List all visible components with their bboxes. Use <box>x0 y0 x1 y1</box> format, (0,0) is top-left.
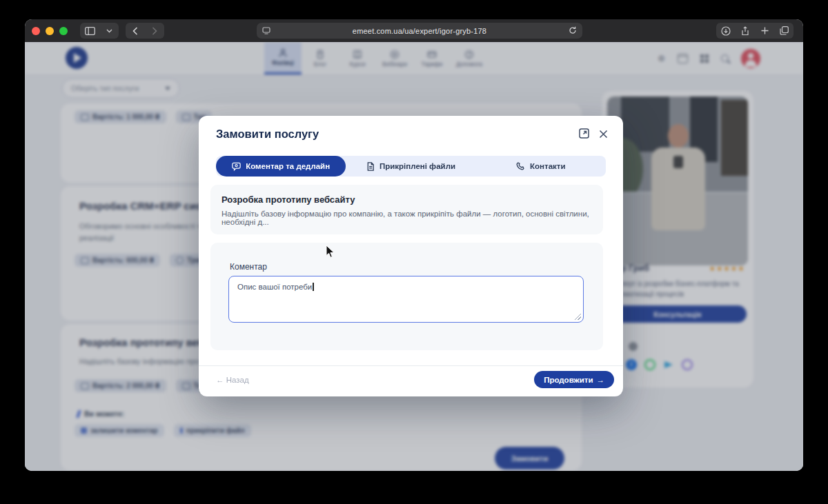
address-bar[interactable]: emeet.com.ua/ua/expert/igor-gryb-178 <box>257 23 582 39</box>
comment-icon <box>232 162 241 171</box>
tab-contacts[interactable]: Контакти <box>476 156 606 177</box>
continue-button[interactable]: Продовжити → <box>534 371 614 388</box>
history-nav-group <box>126 23 164 39</box>
tab-comment-deadline[interactable]: Коментар та дедлайн <box>216 156 346 177</box>
tab-overview-icon[interactable] <box>774 23 793 39</box>
service-title: Розробка прототипу вебсайту <box>221 194 592 205</box>
close-window-button[interactable] <box>32 27 40 35</box>
page-viewport: Фахівці Блог Курси Вебінари <box>25 42 803 471</box>
service-summary: Розробка прототипу вебсайту Надішліть ба… <box>210 185 603 234</box>
modal-tabbar: Коментар та дедлайн Прикріплені файли Ко… <box>216 156 606 177</box>
browser-window: emeet.com.ua/ua/expert/igor-gryb-178 <box>25 19 803 471</box>
resize-handle-icon[interactable] <box>575 314 581 320</box>
tab-label: Контакти <box>530 162 565 170</box>
tab-attached-files[interactable]: Прикріплені файли <box>346 156 475 177</box>
fullscreen-window-button[interactable] <box>59 27 68 35</box>
minimize-window-button[interactable] <box>46 27 54 35</box>
sidebar-toggle-icon[interactable] <box>80 23 99 39</box>
phone-icon <box>516 162 525 171</box>
browser-titlebar: emeet.com.ua/ua/expert/igor-gryb-178 <box>25 19 803 42</box>
sidebar-toggle-group <box>80 23 119 39</box>
back-icon[interactable] <box>126 23 145 39</box>
comment-value: Опис вашої потреби <box>237 283 312 291</box>
new-tab-icon[interactable] <box>755 23 774 39</box>
mouse-cursor <box>326 245 335 259</box>
tab-label: Коментар та дедлайн <box>246 162 330 170</box>
toolbar-right-group <box>716 23 793 39</box>
reload-icon[interactable] <box>569 25 577 37</box>
comment-form: Коментар Опис вашої потреби <box>210 243 603 350</box>
forward-icon[interactable] <box>145 23 164 39</box>
service-description: Надішліть базову інформацію про компанію… <box>221 210 592 226</box>
arrow-right-icon: → <box>597 376 605 384</box>
arrow-left-icon: ← <box>216 376 224 384</box>
url-text: emeet.com.ua/ua/expert/igor-gryb-178 <box>270 27 569 35</box>
modal-title: Замовити послугу <box>216 128 319 141</box>
close-icon[interactable] <box>599 129 608 141</box>
expand-icon[interactable] <box>579 128 589 141</box>
downloads-icon[interactable] <box>716 23 736 39</box>
chevron-down-icon[interactable] <box>99 23 119 39</box>
page-security-icon <box>262 25 270 37</box>
order-service-modal: Замовити послугу Коментар та дедлайн При… <box>199 116 623 396</box>
back-button[interactable]: ← Назад <box>216 376 249 384</box>
modal-footer: ← Назад Продовжити → <box>199 365 623 397</box>
share-icon[interactable] <box>736 23 755 39</box>
comment-label: Коментар <box>230 262 585 272</box>
file-icon <box>366 162 375 171</box>
tab-label: Прикріплені файли <box>379 162 455 170</box>
text-caret <box>313 283 314 291</box>
comment-textarea[interactable]: Опис вашої потреби <box>228 276 584 323</box>
